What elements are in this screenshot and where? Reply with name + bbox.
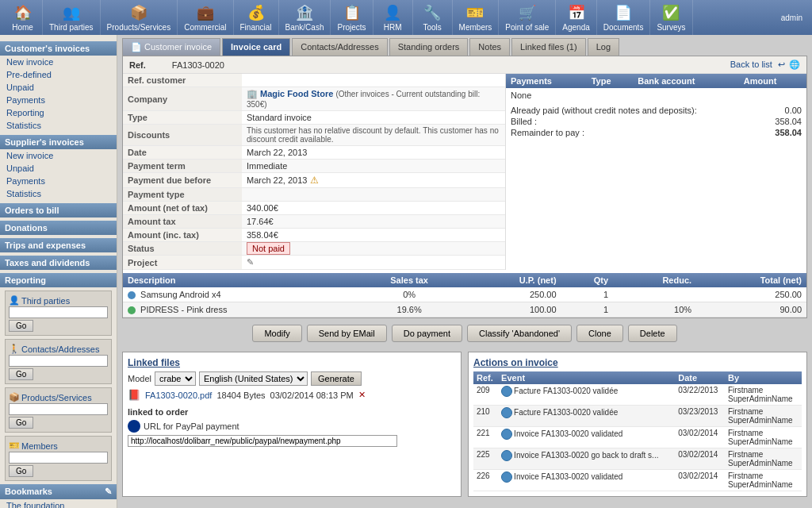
nav-products-services[interactable]: 📦 Products/Services [101, 0, 178, 35]
sidebar-unpaid-supp[interactable]: Unpaid [0, 162, 117, 175]
modify-button[interactable]: Modify [252, 325, 301, 342]
nav-home[interactable]: 🏠 Home [3, 0, 43, 35]
sidebar-statistics-supp[interactable]: Statistics [0, 187, 117, 200]
status-label: Status [123, 242, 242, 256]
tab-contacts-addresses[interactable]: Contacts/Addresses [292, 38, 387, 56]
tab-log-label: Log [596, 42, 611, 52]
products-link[interactable]: 📦 Products/Services [9, 391, 108, 403]
tools-icon: 🔧 [423, 4, 441, 21]
file-name-link[interactable]: FA1303-0020.pdf [145, 391, 212, 400]
send-email-button[interactable]: Send by EMail [307, 325, 387, 342]
delete-button[interactable]: Delete [628, 325, 677, 342]
tab-customer-invoice[interactable]: 📄 Customer invoice [122, 38, 220, 56]
tab-notes[interactable]: Notes [469, 38, 510, 56]
third-parties-search-input[interactable] [9, 306, 108, 318]
nav-tools[interactable]: 🔧 Tools [413, 0, 453, 35]
suppliers-invoices-title: Supplier's invoices [0, 135, 117, 149]
action-event: Invoice FA1303-0020 validated [498, 470, 675, 491]
tab-invoice-card[interactable]: Invoice card [222, 38, 290, 56]
company-value: 🏢 Magic Food Store (Other invoices - Cur… [242, 87, 505, 111]
nav-products-label: Products/Services [107, 23, 171, 32]
third-parties-icon: 👥 [63, 4, 80, 21]
sidebar-pre-defined[interactable]: Pre-defined [0, 68, 117, 81]
nav-projects[interactable]: 📋 Projects [331, 0, 373, 35]
commercial-icon: 💼 [197, 4, 214, 21]
model-select[interactable]: crabe [155, 371, 196, 386]
members-search-input[interactable] [9, 452, 108, 464]
nav-agenda-label: Agenda [562, 23, 589, 32]
discounts-row: Discounts This customer has no relative … [123, 125, 505, 146]
clone-button[interactable]: Clone [576, 325, 623, 342]
contacts-go-button[interactable]: Go [9, 368, 33, 380]
payment-term-row: Payment term Immediate [123, 160, 505, 173]
members-link[interactable]: 🎫 Members [9, 440, 108, 452]
payment-summary: Already paid (without credit notes and d… [511, 105, 802, 138]
nav-bank-cash[interactable]: 🏦 Bank/Cash [279, 0, 331, 35]
nav-point-of-sale[interactable]: 🛒 Point of sale [499, 0, 556, 35]
projects-icon: 📋 [343, 4, 361, 21]
nav-agenda[interactable]: 📅 Agenda [556, 0, 596, 35]
sidebar-payments-cust[interactable]: Payments [0, 94, 117, 106]
products-go-button[interactable]: Go [9, 417, 33, 429]
sidebar-payments-supp[interactable]: Payments [0, 175, 117, 187]
contacts-icon: 🚶 [9, 344, 20, 354]
items-col-sales-tax: Sales tax [358, 273, 461, 287]
discounts-value: This customer has no relative discount b… [242, 125, 505, 146]
third-parties-link[interactable]: 👤 Third parties [9, 294, 108, 306]
generate-button[interactable]: Generate [311, 371, 362, 386]
nav-third-parties[interactable]: 👥 Third parties [43, 0, 101, 35]
file-date: 03/02/2014 08:13 PM [270, 391, 354, 400]
item-desc-text-1: PIDRESS - Pink dress [140, 305, 227, 314]
tab-standing-label: Standing orders [398, 42, 460, 52]
products-search-box: 📦 Products/Services Go [5, 387, 112, 433]
payment-term-value: Immediate [242, 160, 505, 173]
nav-commercial[interactable]: 💼 Commercial [178, 0, 233, 35]
sidebar-statistics-cust[interactable]: Statistics [0, 119, 117, 132]
tab-linked-files[interactable]: Linked files (1) [511, 38, 586, 56]
surveys-icon: ✅ [662, 4, 680, 21]
sidebar-new-invoice-cust[interactable]: New invoice [0, 56, 117, 68]
nav-hrm[interactable]: 👤 HRM [373, 0, 413, 35]
action-row: 225 Invoice FA1303-0020 go back to draft… [473, 448, 802, 470]
do-payment-button[interactable]: Do payment [392, 325, 462, 342]
action-row: 226 Invoice FA1303-0020 validated 03/02/… [473, 470, 802, 491]
classify-abandoned-button[interactable]: Classify 'Abandoned' [467, 325, 572, 342]
project-edit-icon[interactable]: ✎ [247, 257, 254, 267]
back-to-list-link[interactable]: Back to list ↩ 🌐 [730, 60, 800, 70]
nav-financial[interactable]: 💰 Financial [234, 0, 279, 35]
company-link[interactable]: Magic Food Store [260, 89, 333, 98]
nav-financial-label: Financial [240, 23, 272, 32]
third-parties-go-button[interactable]: Go [9, 320, 33, 332]
nav-members[interactable]: 🎫 Members [453, 0, 500, 35]
customers-invoices-title: Customer's invoices [0, 41, 117, 56]
nav-surveys[interactable]: ✅ Surveys [650, 0, 692, 35]
model-label: Model [128, 374, 151, 383]
members-go-button[interactable]: Go [9, 465, 33, 477]
file-delete-icon[interactable]: ✕ [358, 390, 366, 400]
products-search-input[interactable] [9, 403, 108, 415]
tab-customer-invoice-label: Customer invoice [144, 42, 212, 52]
contacts-search-input[interactable] [9, 355, 108, 367]
tab-log[interactable]: Log [588, 38, 619, 56]
already-paid-label: Already paid (without credit notes and d… [511, 106, 697, 115]
language-select[interactable]: English (United States) [199, 371, 308, 386]
paypal-url-input[interactable] [128, 435, 397, 447]
nav-documents[interactable]: 📄 Documents [597, 0, 651, 35]
sidebar-new-invoice-supp[interactable]: New invoice [0, 149, 117, 162]
bookmark-foundation[interactable]: The foundation [0, 499, 117, 508]
nav-projects-label: Projects [337, 23, 366, 32]
main-layout: Customer's invoices New invoice Pre-defi… [0, 35, 812, 508]
item-reduc-1: 10% [613, 302, 696, 318]
date-row: Date March 22, 2013 [123, 146, 505, 160]
sidebar-reporting-cust[interactable]: Reporting [0, 106, 117, 119]
linked-files-controls: Model crabe English (United States) Gene… [128, 371, 456, 386]
contacts-link[interactable]: 🚶 Contacts/Addresses [9, 343, 108, 355]
bookmarks-edit-icon[interactable]: ✎ [105, 487, 112, 497]
invoice-details-container: Ref. customer Company 🏢 Magic Food Store… [123, 74, 806, 270]
nav-bank-label: Bank/Cash [285, 23, 324, 32]
event-icon [501, 407, 512, 418]
item-color-1 [128, 306, 136, 314]
amount-tax-row: Amount tax 17.64€ [123, 215, 505, 229]
sidebar-unpaid-cust[interactable]: Unpaid [0, 81, 117, 94]
tab-standing-orders[interactable]: Standing orders [389, 38, 469, 56]
